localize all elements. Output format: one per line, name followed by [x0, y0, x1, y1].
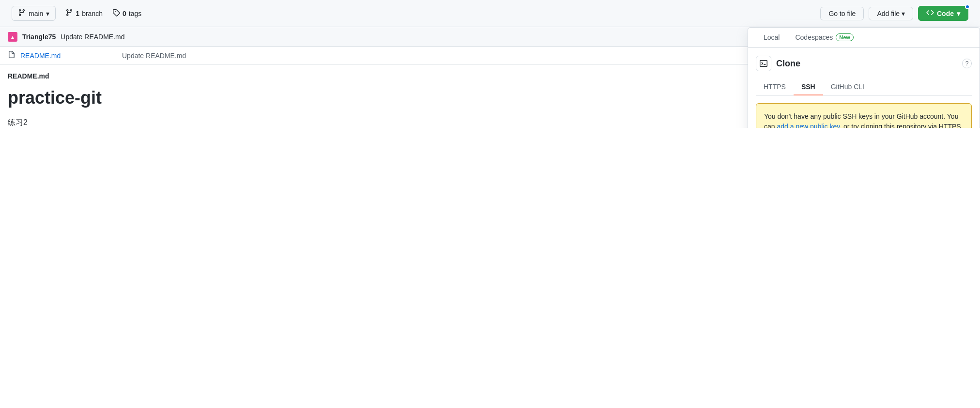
branch-name: main [29, 10, 43, 17]
chevron-down-icon: ▾ [46, 10, 49, 17]
file-link[interactable]: README.md [20, 52, 117, 60]
main-content: ▲ Triangle75 Update README.md README.md … [0, 27, 980, 128]
code-icon [926, 9, 934, 18]
tag-count-label: tags [129, 10, 141, 17]
panel-tabs: Local Codespaces New [748, 28, 980, 48]
branch-count-number: 1 [76, 10, 79, 17]
clone-tab-cli[interactable]: GitHub CLI [823, 79, 872, 95]
tag-count-link[interactable]: 0 tags [112, 9, 141, 18]
commit-author[interactable]: Triangle75 [22, 33, 56, 41]
help-button[interactable]: ? [962, 59, 972, 68]
clone-header: Clone ? [756, 56, 972, 71]
clone-title: Clone [776, 59, 800, 69]
top-bar: main ▾ 1 branch 0 tags Go to file [0, 0, 980, 27]
commit-message: Update README.md [61, 33, 124, 41]
avatar: ▲ [8, 32, 17, 42]
chevron-down-icon: ▾ [957, 10, 960, 17]
go-to-file-button[interactable]: Go to file [820, 7, 864, 20]
new-badge: New [836, 33, 854, 41]
clone-tab-ssh[interactable]: SSH [794, 79, 823, 95]
code-button-label: Code [937, 10, 954, 17]
clone-title-area: Clone [756, 56, 800, 71]
branch-count-link[interactable]: 1 branch [65, 9, 103, 18]
tag-count-number: 0 [122, 10, 126, 17]
notification-dot [965, 4, 970, 9]
code-button[interactable]: Code ▾ [918, 6, 968, 21]
top-bar-right: Go to file Add file ▾ Code ▾ [820, 6, 968, 21]
clone-sub-tabs: HTTPS SSH GitHub CLI [756, 79, 972, 95]
clone-tab-https[interactable]: HTTPS [756, 79, 794, 95]
branch-icon [18, 9, 26, 18]
ssh-warning-box: You don't have any public SSH keys in yo… [756, 103, 972, 128]
tag-icon [112, 9, 120, 18]
top-bar-left: main ▾ 1 branch 0 tags [12, 6, 141, 21]
panel-body: Clone ? HTTPS SSH GitHub CLI You don [748, 48, 980, 128]
tab-codespaces[interactable]: Codespaces New [787, 28, 861, 48]
add-file-button[interactable]: Add file ▾ [869, 7, 913, 20]
branch-count-label: branch [82, 10, 103, 17]
branch-selector-button[interactable]: main ▾ [12, 6, 56, 21]
file-icon [8, 51, 15, 60]
code-dropdown-panel: Local Codespaces New Clone [748, 27, 980, 128]
tab-local[interactable]: Local [756, 28, 787, 48]
terminal-icon [756, 56, 771, 71]
add-key-link[interactable]: add a new public key [777, 123, 840, 128]
chevron-down-icon: ▾ [902, 10, 905, 17]
warning-text-2: , or try cloning this repository via HTT… [840, 123, 963, 128]
branch-count-icon [65, 9, 73, 18]
